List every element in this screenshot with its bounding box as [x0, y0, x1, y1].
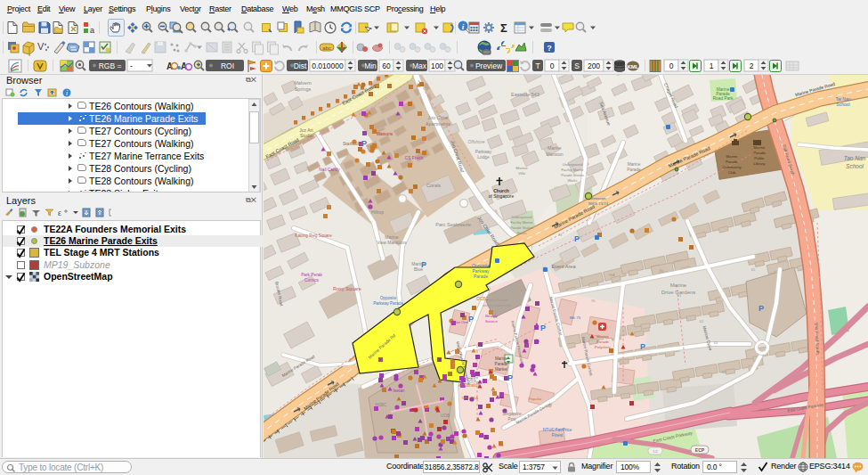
svg-text:Ville: Ville	[518, 171, 526, 176]
svg-text:Hilltop: Hilltop	[371, 209, 384, 215]
svg-text:Marine: Marine	[495, 356, 507, 361]
svg-text:Max: Max	[412, 61, 427, 70]
svg-text:75: 75	[579, 275, 583, 280]
svg-text:DBS: DBS	[467, 378, 475, 382]
svg-text:1/2: 1/2	[653, 449, 658, 454]
svg-text:?: ?	[547, 44, 552, 53]
svg-text:76: 76	[591, 299, 596, 303]
svg-text:View Mansions: View Mansions	[377, 240, 407, 245]
svg-text:Marine: Marine	[670, 283, 687, 288]
svg-text:Parkway: Parkway	[475, 150, 492, 154]
svg-text:ECP: ECP	[695, 447, 705, 453]
svg-text:Community: Community	[722, 165, 742, 169]
svg-text:60: 60	[660, 268, 664, 273]
svg-text:Parc Seabreeze: Parc Seabreeze	[435, 222, 470, 227]
svg-text:Isetan: Isetan	[393, 389, 404, 393]
svg-text:Underground: Underground	[563, 162, 583, 167]
svg-text:a: a	[90, 26, 94, 35]
svg-text:Dist: Dist	[294, 61, 307, 70]
svg-text:Market: Market	[495, 367, 508, 372]
svg-text:P: P	[468, 315, 474, 323]
svg-text:Parade Station: Parade Station	[561, 173, 584, 177]
svg-text:KML: KML	[628, 64, 639, 70]
svg-text:Marine: Marine	[596, 334, 609, 339]
svg-text:Polyclinic: Polyclinic	[595, 345, 612, 349]
svg-text:V: V	[37, 41, 45, 52]
svg-text:Roxy Square: Roxy Square	[333, 286, 361, 291]
svg-text:UOB: UOB	[441, 414, 450, 418]
svg-text:Event Area: Event Area	[552, 264, 577, 269]
svg-text:Road Park: Road Park	[713, 96, 734, 101]
svg-text:P: P	[574, 234, 580, 243]
svg-text:Mansion: Mansion	[547, 152, 564, 157]
svg-text:Watsons: Watsons	[377, 132, 393, 136]
svg-text:Public: Public	[754, 156, 764, 160]
svg-text:62: 62	[700, 319, 704, 323]
svg-text:Popular: Popular	[528, 397, 542, 401]
svg-text:RGB =: RGB =	[99, 61, 122, 70]
svg-text:P: P	[758, 304, 764, 313]
svg-text:Salon One: Salon One	[450, 320, 468, 324]
svg-text:61: 61	[677, 293, 682, 298]
svg-text:abc: abc	[322, 45, 331, 51]
svg-text:NTUC FairPrice: NTUC FairPrice	[543, 428, 572, 432]
svg-text:Parade: Parade	[474, 274, 488, 279]
svg-text:Malvern: Malvern	[294, 80, 312, 86]
svg-text:Library: Library	[754, 161, 767, 166]
svg-text:Joo Chiat: Joo Chiat	[427, 115, 449, 120]
svg-text:Springs: Springs	[295, 86, 312, 92]
svg-text:0: 0	[550, 61, 555, 70]
svg-text:HSBC: HSBC	[376, 403, 387, 407]
svg-text:Finest: Finest	[552, 433, 564, 438]
svg-text:2: 2	[750, 61, 754, 70]
svg-text:P: P	[540, 323, 546, 332]
svg-text:School: School	[836, 102, 849, 107]
svg-text:Works: Works	[517, 231, 527, 235]
svg-text:T: T	[535, 61, 539, 70]
svg-text:Parade: Parade	[596, 340, 610, 344]
svg-text:0.010000: 0.010000	[312, 61, 344, 70]
svg-text:0: 0	[669, 61, 674, 70]
svg-text:of Singapore: of Singapore	[489, 193, 515, 199]
svg-text:Between: Between	[590, 196, 606, 201]
svg-text:ε: ε	[58, 209, 61, 217]
svg-text:Marine Parade: Marine Parade	[486, 299, 508, 302]
svg-text:Parkway Parade: Parkway Parade	[373, 301, 403, 306]
svg-text:Tao Nan: Tao Nan	[844, 155, 866, 161]
svg-text:Starbucks: Starbucks	[343, 141, 363, 146]
svg-text:Min: Min	[364, 61, 377, 70]
svg-text:64: 64	[722, 370, 726, 374]
svg-text:Singapore: Singapore	[503, 412, 522, 416]
svg-text:Marine: Marine	[548, 145, 562, 151]
svg-text:Facility Marine: Facility Marine	[510, 220, 532, 225]
svg-text:1: 1	[710, 61, 714, 70]
svg-text:Underground: Underground	[512, 215, 532, 219]
svg-text:Marine: Marine	[726, 154, 738, 159]
svg-text:74: 74	[558, 233, 563, 237]
svg-text:65: 65	[751, 267, 756, 272]
svg-text:Preview: Preview	[475, 61, 503, 70]
svg-text:Club: Club	[728, 170, 736, 175]
svg-text:5PO TEA: 5PO TEA	[462, 396, 479, 400]
svg-text:Corals: Corals	[426, 183, 441, 188]
svg-text:Katong Reig Square: Katong Reig Square	[295, 233, 332, 238]
svg-text:Facility Marine: Facility Marine	[561, 168, 583, 172]
svg-text:Blk 75: Blk 75	[570, 315, 581, 320]
svg-text:McDonald's: McDonald's	[458, 383, 481, 388]
svg-text:200: 200	[588, 61, 600, 70]
svg-text:Eastside 543: Eastside 543	[511, 92, 539, 97]
svg-text:Parade: Parade	[495, 362, 508, 366]
svg-text:P: P	[507, 373, 513, 382]
svg-text:Blue: Blue	[414, 266, 423, 272]
svg-text:Marine: Marine	[754, 145, 766, 150]
svg-text:Source: Source	[485, 319, 498, 323]
svg-text:Opposite: Opposite	[380, 296, 397, 300]
svg-text:Offshore: Offshore	[467, 139, 484, 144]
svg-text:76A: 76A	[608, 273, 614, 277]
svg-text:CS Fresh: CS Fresh	[405, 156, 424, 160]
svg-text:Parade: Parade	[627, 168, 641, 172]
svg-text:Nail Candy: Nail Candy	[319, 168, 340, 172]
svg-text:OCBC: OCBC	[476, 297, 489, 301]
svg-text:-: -	[130, 61, 133, 70]
svg-text:BIKS 73/74: BIKS 73/74	[588, 201, 609, 206]
